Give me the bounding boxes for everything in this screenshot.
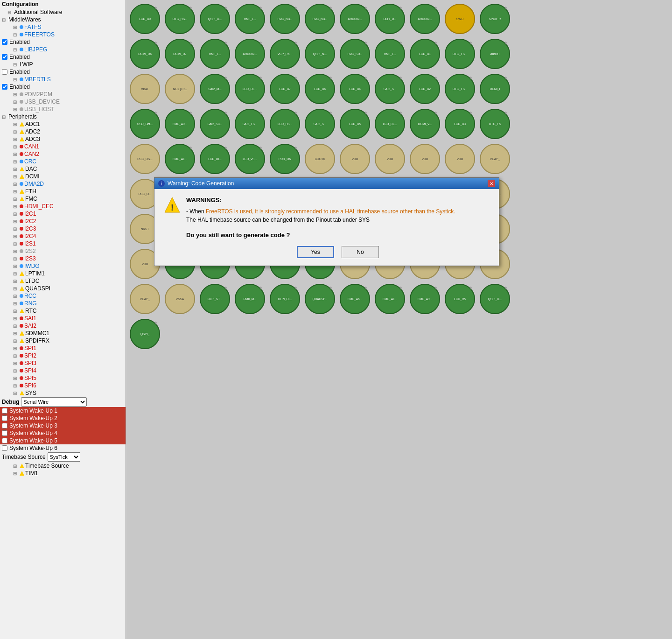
spi5-label: SPI5 xyxy=(24,375,36,381)
can2-item[interactable]: ⊞ CAN2 xyxy=(0,150,126,158)
sdmmc1-warn-icon xyxy=(20,331,24,336)
ltdc-item[interactable]: ⊞ LTDC xyxy=(0,277,126,285)
sai1-dot xyxy=(20,316,23,320)
adc2-item[interactable]: ⊞ ADC2 xyxy=(0,128,126,135)
spi4-item[interactable]: ⊞ SPI4 xyxy=(0,367,126,374)
spi6-dot xyxy=(20,384,23,387)
sdmmc1-label: SDMMC1 xyxy=(25,330,49,337)
dac-item[interactable]: ⊞ DAC xyxy=(0,165,126,173)
mbedtls-label: MBEDTLS xyxy=(24,76,51,83)
dialog-yes-button[interactable]: Yes xyxy=(297,246,334,258)
spi5-item[interactable]: ⊞ SPI5 xyxy=(0,374,126,382)
dialog-warnings-title: WARNINGS: xyxy=(186,197,490,204)
wakeup1-row: System Wake-Up 1 xyxy=(0,407,126,414)
mbedtls-enabled-checkbox[interactable] xyxy=(2,84,7,90)
warning-freertos-highlight: FreeRTOS is used, it is strongly recomme… xyxy=(206,208,455,215)
dialog-buttons: Yes No xyxy=(186,246,490,258)
adc3-item[interactable]: ⊞ ADC3 xyxy=(0,135,126,143)
lwip-enabled-row: Enabled xyxy=(0,68,126,76)
additional-software-item[interactable]: ⊟ Additional Software xyxy=(0,8,126,16)
debug-select[interactable]: Serial Wire No Debug JTAG (5 pins) JTAG … xyxy=(21,397,87,407)
wakeup5-label: System Wake-Up 5 xyxy=(9,437,57,444)
freertos-enabled-row: Enabled xyxy=(0,38,126,46)
fatfs-item[interactable]: ⊞ FATFS xyxy=(0,23,126,31)
tim2-item[interactable]: ⊞ TIM1 xyxy=(0,470,126,477)
middlewares-section[interactable]: ⊟ MiddleWares xyxy=(0,16,126,23)
wakeup3-row: System Wake-Up 3 xyxy=(0,422,126,429)
quadspi-item[interactable]: ⊞ QUADSPI xyxy=(0,285,126,292)
ltdc-label: LTDC xyxy=(25,278,39,284)
fmc-warn-icon xyxy=(20,197,24,201)
pdm2pcm-item[interactable]: ⊞ PDM2PCM xyxy=(0,91,126,98)
wakeup1-checkbox[interactable] xyxy=(2,408,7,414)
expand-usb-device: ⊞ xyxy=(13,99,19,105)
timebase-select[interactable]: SysTick TIM1 TIM2 TIM3 xyxy=(48,452,80,462)
adc1-item[interactable]: ⊞ ADC1 xyxy=(0,120,126,128)
dialog-warning-text: - When FreeRTOS is used, it is strongly … xyxy=(186,207,490,224)
sai2-label: SAI2 xyxy=(24,323,36,329)
adc2-label: ADC2 xyxy=(25,128,40,135)
i2s2-label: I2S2 xyxy=(24,248,36,254)
spi6-item[interactable]: ⊞ SPI6 xyxy=(0,382,126,389)
i2c4-item[interactable]: ⊞ I2C4 xyxy=(0,232,126,240)
dialog-warn-row: ! WARNINGS: - When FreeRTOS is used, it … xyxy=(164,197,490,258)
dialog-no-button[interactable]: No xyxy=(342,246,379,258)
spi5-dot xyxy=(20,376,23,380)
i2s3-item[interactable]: ⊞ I2S3 xyxy=(0,255,126,262)
freertos-item[interactable]: ⊟ FREERTOS xyxy=(0,31,126,38)
dialog-warning-triangle: ! xyxy=(164,197,181,213)
dcmi-item[interactable]: ⊞ DCMI xyxy=(0,173,126,180)
tim1-item[interactable]: ⊞ Timebase Source xyxy=(0,462,126,470)
crc-item[interactable]: ⊞ CRC xyxy=(0,158,126,165)
dma2d-item[interactable]: ⊞ DMA2D xyxy=(0,180,126,188)
i2s2-item[interactable]: ⊞ I2S2 xyxy=(0,247,126,255)
i2s1-item[interactable]: ⊞ I2S1 xyxy=(0,240,126,247)
sys-item[interactable]: ⊟ SYS xyxy=(0,389,126,397)
rng-item[interactable]: ⊞ RNG xyxy=(0,300,126,307)
spi1-item[interactable]: ⊞ SPI1 xyxy=(0,344,126,352)
timebase-row: Timebase Source SysTick TIM1 TIM2 TIM3 xyxy=(0,452,126,462)
wakeup2-checkbox[interactable] xyxy=(2,415,7,421)
wakeup4-checkbox[interactable] xyxy=(2,430,7,436)
sai2-item[interactable]: ⊞ SAI2 xyxy=(0,322,126,330)
libjpeg-item[interactable]: ⊟ LIBJPEG xyxy=(0,46,126,53)
lptim1-item[interactable]: ⊞ LPTIM1 xyxy=(0,270,126,277)
middlewares-label: MiddleWares xyxy=(8,16,41,23)
i2c3-item[interactable]: ⊞ I2C3 xyxy=(0,225,126,232)
mbedtls-item[interactable]: ⊟ MBEDTLS xyxy=(0,76,126,83)
lwip-enabled-checkbox[interactable] xyxy=(2,69,7,75)
eth-label: ETH xyxy=(25,188,36,195)
hdmi-cec-item[interactable]: ⊞ HDMI_CEC xyxy=(0,203,126,210)
i2c2-item[interactable]: ⊞ I2C2 xyxy=(0,218,126,225)
iwdg-label: IWDG xyxy=(24,263,40,269)
sdmmc1-item[interactable]: ⊞ SDMMC1 xyxy=(0,330,126,337)
wakeup5-checkbox[interactable] xyxy=(2,438,7,443)
peripherals-section[interactable]: ⊟ Peripherals xyxy=(0,113,126,120)
i2c4-label: I2C4 xyxy=(24,233,36,239)
fmc-item[interactable]: ⊞ FMC xyxy=(0,195,126,203)
i2c1-item[interactable]: ⊞ I2C1 xyxy=(0,210,126,218)
rtc-item[interactable]: ⊞ RTC xyxy=(0,307,126,315)
wakeup3-checkbox[interactable] xyxy=(2,423,7,428)
sai1-label: SAI1 xyxy=(24,315,36,322)
rcc-item[interactable]: ⊞ RCC xyxy=(0,292,126,300)
spi3-item[interactable]: ⊞ SPI3 xyxy=(0,359,126,367)
i2c3-dot xyxy=(20,227,23,231)
wakeup4-row: System Wake-Up 4 xyxy=(0,429,126,437)
sai1-item[interactable]: ⊞ SAI1 xyxy=(0,315,126,322)
wakeup2-label: System Wake-Up 2 xyxy=(9,415,57,421)
dialog-close-button[interactable]: ✕ xyxy=(488,180,495,187)
wakeup6-checkbox[interactable] xyxy=(2,445,7,451)
spi2-item[interactable]: ⊞ SPI2 xyxy=(0,352,126,359)
libjpeg-enabled-checkbox[interactable] xyxy=(2,54,7,60)
spdifrx-item[interactable]: ⊞ SPDIFRX xyxy=(0,337,126,344)
iwdg-item[interactable]: ⊞ IWDG xyxy=(0,262,126,270)
can2-dot xyxy=(20,152,23,156)
wakeup6-row: System Wake-Up 6 xyxy=(0,444,126,452)
usb-device-item[interactable]: ⊞ USB_DEVICE xyxy=(0,98,126,105)
can1-item[interactable]: ⊞ CAN1 xyxy=(0,143,126,150)
usb-host-item[interactable]: ⊞ USB_HOST xyxy=(0,105,126,113)
freertos-enabled-checkbox[interactable] xyxy=(2,39,7,45)
eth-item[interactable]: ⊞ ETH xyxy=(0,188,126,195)
lwip-item[interactable]: ⊟ LWIP xyxy=(0,61,126,68)
